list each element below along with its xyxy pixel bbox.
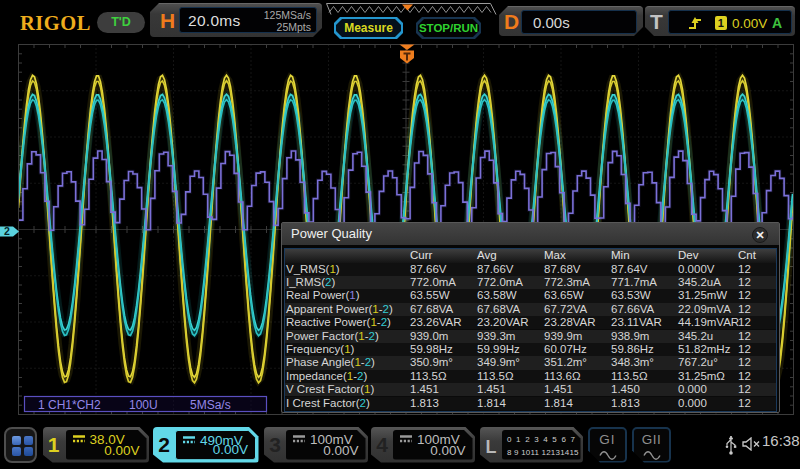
svg-text:1 CH1*CH2: 1 CH1*CH2 <box>38 398 101 412</box>
svg-text:2: 2 <box>4 225 10 237</box>
svg-text:5MSa/s: 5MSa/s <box>190 398 231 412</box>
svg-text:100U: 100U <box>129 398 158 412</box>
